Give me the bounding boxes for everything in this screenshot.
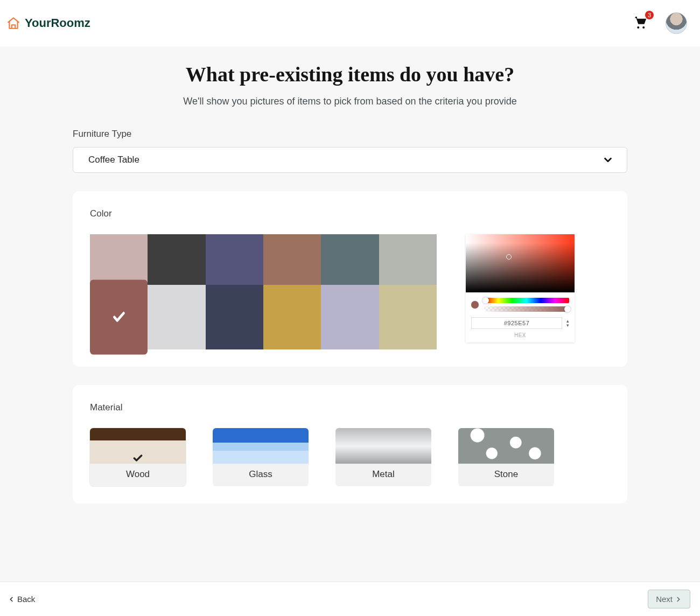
material-option-metal[interactable]: Metal: [335, 428, 431, 486]
color-swatch[interactable]: [148, 285, 205, 349]
back-label: Back: [17, 594, 35, 604]
glass-texture: [213, 428, 309, 464]
chevron-right-icon: [675, 596, 682, 603]
avatar[interactable]: [666, 12, 687, 34]
color-swatch[interactable]: [206, 285, 263, 349]
alpha-thumb[interactable]: [564, 306, 571, 312]
material-card: Material WoodGlassMetalStone: [73, 385, 627, 503]
cart-badge: 3: [645, 11, 654, 19]
color-picker: ▴ ▾ HEX: [466, 234, 575, 342]
topbar-right: 3: [632, 12, 687, 34]
hue-slider[interactable]: [484, 298, 569, 303]
color-swatch[interactable]: [148, 234, 205, 285]
hex-label: HEX: [466, 332, 575, 342]
material-label-text: Wood: [90, 464, 186, 486]
brand-name: YourRoomz: [25, 16, 90, 30]
chevron-down-icon: ▾: [566, 323, 569, 327]
color-swatch[interactable]: [321, 285, 379, 349]
color-swatch[interactable]: [379, 285, 437, 349]
logo[interactable]: YourRoomz: [6, 16, 90, 30]
stone-texture: [458, 428, 554, 464]
hue-thumb[interactable]: [482, 297, 489, 304]
furniture-type-label: Furniture Type: [73, 129, 627, 139]
material-option-stone[interactable]: Stone: [458, 428, 554, 486]
saturation-panel[interactable]: [466, 234, 575, 292]
saturation-cursor[interactable]: [506, 254, 512, 260]
hex-input[interactable]: [471, 317, 562, 329]
color-card: Color: [73, 191, 627, 367]
svg-point-0: [637, 26, 639, 29]
color-label: Color: [90, 208, 610, 219]
furniture-type-select[interactable]: Coffee Table: [73, 147, 627, 173]
page-title: What pre-existing items do you have?: [0, 62, 700, 86]
furniture-type-value: Coffee Table: [88, 155, 139, 165]
current-color-dot: [471, 301, 479, 309]
svg-point-1: [642, 26, 645, 29]
page-subtitle: We'll show you pictures of items to pick…: [0, 96, 700, 107]
color-swatches: [90, 234, 437, 349]
material-label-text: Metal: [335, 464, 431, 486]
alpha-slider[interactable]: [484, 306, 569, 312]
topbar: YourRoomz 3: [0, 0, 700, 46]
color-swatch[interactable]: [263, 234, 321, 285]
material-option-glass[interactable]: Glass: [213, 428, 309, 486]
bottombar: Back Next: [0, 582, 700, 616]
material-label: Material: [90, 402, 610, 413]
color-swatch[interactable]: [90, 234, 148, 285]
next-button[interactable]: Next: [648, 590, 690, 608]
color-swatch[interactable]: [206, 234, 263, 285]
cart-button[interactable]: 3: [632, 14, 648, 32]
back-button[interactable]: Back: [8, 594, 35, 604]
material-label-text: Glass: [213, 464, 309, 486]
next-label: Next: [656, 594, 673, 604]
check-icon: [112, 309, 126, 325]
metal-texture: [335, 428, 431, 464]
material-option-wood[interactable]: Wood: [90, 428, 186, 486]
color-swatch[interactable]: [90, 279, 148, 354]
color-swatch[interactable]: [263, 285, 321, 349]
material-options: WoodGlassMetalStone: [90, 428, 610, 486]
material-label-text: Stone: [458, 464, 554, 486]
color-swatch[interactable]: [321, 234, 379, 285]
format-toggle[interactable]: ▴ ▾: [566, 319, 569, 327]
check-icon: [132, 453, 143, 466]
home-icon: [6, 16, 20, 30]
chevron-left-icon: [8, 596, 15, 603]
color-swatch[interactable]: [379, 234, 437, 285]
chevron-down-icon: [602, 154, 614, 166]
